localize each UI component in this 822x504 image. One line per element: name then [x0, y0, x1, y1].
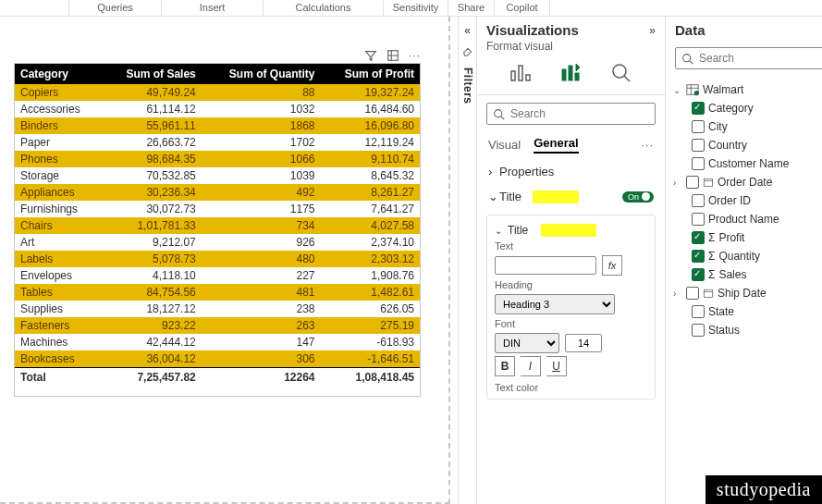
field-node[interactable]: State	[673, 302, 822, 321]
field-label: Customer Name	[708, 157, 789, 170]
italic-button[interactable]: I	[521, 356, 541, 376]
field-checkbox[interactable]	[692, 268, 705, 281]
svg-point-7	[613, 65, 626, 78]
field-checkbox[interactable]	[692, 102, 705, 115]
table-visual[interactable]: CategorySum of SalesSum of QuantitySum o…	[14, 63, 421, 397]
table-row[interactable]: Binders55,961.11186816,096.80	[15, 117, 420, 134]
table-row[interactable]: Chairs1,01,781.337344,027.58	[15, 217, 420, 234]
table-node[interactable]: ⌄ Walmart	[673, 80, 822, 99]
table-row[interactable]: Appliances30,236.344928,261.27	[15, 184, 420, 201]
report-canvas[interactable]: ··· CategorySum of SalesSum of QuantityS…	[0, 17, 450, 504]
ribbon-tab[interactable]: Copilot	[495, 0, 550, 16]
properties-group[interactable]: › Properties	[477, 159, 665, 184]
viz-more-icon[interactable]: ···	[641, 138, 654, 152]
sigma-icon: Σ	[708, 268, 715, 281]
field-label: Order ID	[708, 194, 751, 207]
field-checkbox[interactable]	[692, 194, 705, 207]
field-label: City	[708, 120, 728, 133]
field-checkbox[interactable]	[692, 120, 705, 133]
column-header[interactable]: Sum of Profit	[321, 64, 420, 84]
field-node[interactable]: Product Name	[673, 210, 822, 228]
field-node[interactable]: Category	[673, 99, 822, 117]
data-search[interactable]	[675, 47, 822, 69]
field-label: State	[708, 305, 734, 318]
field-node[interactable]: Country	[673, 136, 822, 154]
field-node[interactable]: ΣQuantity	[673, 247, 822, 265]
tab-visual[interactable]: Visual	[488, 138, 521, 152]
field-checkbox[interactable]	[692, 324, 705, 337]
visual-header-actions: ···	[364, 49, 421, 65]
svg-rect-2	[519, 66, 522, 80]
column-header[interactable]: Category	[15, 64, 102, 84]
field-checkbox[interactable]	[686, 287, 699, 300]
field-checkbox[interactable]	[692, 139, 705, 152]
focus-mode-icon[interactable]	[386, 49, 399, 65]
field-checkbox[interactable]	[692, 213, 705, 226]
font-name-select[interactable]: DIN	[495, 333, 559, 353]
column-header[interactable]: Sum of Quantity	[202, 64, 321, 84]
table-icon	[686, 83, 699, 96]
format-visual-icon[interactable]	[559, 62, 582, 87]
highlight-marker	[533, 191, 579, 203]
table-row[interactable]: Furnishings30,072.7311757,641.27	[15, 201, 420, 217]
ribbon-tab[interactable]: Insert	[162, 0, 264, 16]
heading-select[interactable]: Heading 3	[495, 294, 615, 314]
svg-rect-6	[575, 73, 579, 80]
field-checkbox[interactable]	[692, 250, 705, 263]
column-header[interactable]: Sum of Sales	[102, 64, 201, 84]
viz-search-input[interactable]	[510, 107, 649, 120]
field-checkbox[interactable]	[692, 231, 705, 244]
table-row[interactable]: Paper26,663.72170212,119.24	[15, 134, 420, 151]
font-size-input[interactable]	[565, 334, 602, 352]
field-node[interactable]: Order ID	[673, 191, 822, 210]
field-node[interactable]: City	[673, 117, 822, 136]
collapse-icon[interactable]: »	[649, 24, 656, 37]
filter-icon[interactable]	[364, 49, 377, 65]
ribbon-tab[interactable]: Share	[448, 0, 495, 16]
table-row[interactable]: Labels5,078.734802,303.12	[15, 251, 420, 267]
field-node[interactable]: Status	[673, 321, 822, 339]
field-checkbox[interactable]	[692, 305, 705, 318]
table-row[interactable]: Fasteners923.22263275.19	[15, 317, 420, 334]
field-node[interactable]: Customer Name	[673, 154, 822, 173]
table-row[interactable]: Art9,212.079262,374.10	[15, 234, 420, 251]
more-icon[interactable]: ···	[409, 49, 421, 65]
field-label: Ship Date	[718, 287, 767, 300]
table-row[interactable]: Storage70,532.8510398,645.32	[15, 167, 420, 184]
filters-pane-collapsed[interactable]: « Filters	[458, 17, 476, 504]
bold-button[interactable]: B	[495, 356, 515, 376]
underline-button[interactable]: U	[546, 356, 567, 376]
field-checkbox[interactable]	[692, 157, 705, 170]
table-row[interactable]: Phones98,684.3510669,110.74	[15, 151, 420, 167]
eraser-icon[interactable]	[461, 44, 474, 60]
field-node[interactable]: ΣProfit	[673, 228, 822, 247]
title-text-input[interactable]	[495, 256, 596, 275]
table-row[interactable]: Tables84,754.564811,482.61	[15, 284, 420, 301]
field-node[interactable]: ›Ship Date	[673, 284, 822, 302]
field-checkbox[interactable]	[686, 176, 699, 189]
table-row[interactable]: Bookcases36,004.12306-1,646.51	[15, 350, 420, 368]
field-node[interactable]: ΣSales	[673, 265, 822, 284]
expand-icon[interactable]: «	[464, 24, 471, 37]
total-label: Total	[15, 368, 102, 387]
table-row[interactable]: Machines42,444.12147-618.93	[15, 334, 420, 350]
title-group[interactable]: ⌄ Title On	[477, 184, 665, 209]
build-visual-icon[interactable]	[509, 62, 532, 87]
tab-general[interactable]: General	[534, 136, 578, 154]
ribbon-tab[interactable]: Queries	[69, 0, 162, 16]
title-subpanel: ⌄ Title Text fx Heading Heading 3 Font D…	[486, 215, 656, 400]
table-row[interactable]: Accessories61,114.12103216,484.60	[15, 101, 420, 117]
table-row[interactable]: Copiers49,749.248819,327.24	[15, 84, 420, 101]
data-search-input[interactable]	[699, 52, 822, 65]
ribbon-tab[interactable]: Calculations	[264, 0, 384, 16]
table-row[interactable]: Supplies18,127.12238626.05	[15, 301, 420, 317]
field-node[interactable]: ›Order Date	[673, 173, 822, 191]
table-row[interactable]: Envelopes4,118.102271,908.76	[15, 267, 420, 284]
viz-search[interactable]	[486, 103, 656, 125]
field-label: Status	[708, 324, 740, 337]
analytics-icon[interactable]	[610, 62, 632, 87]
ribbon-tab[interactable]: Sensitivity	[384, 0, 448, 16]
data-table: CategorySum of SalesSum of QuantitySum o…	[15, 64, 420, 387]
title-toggle[interactable]: On	[622, 191, 654, 203]
fx-button[interactable]: fx	[602, 255, 622, 276]
